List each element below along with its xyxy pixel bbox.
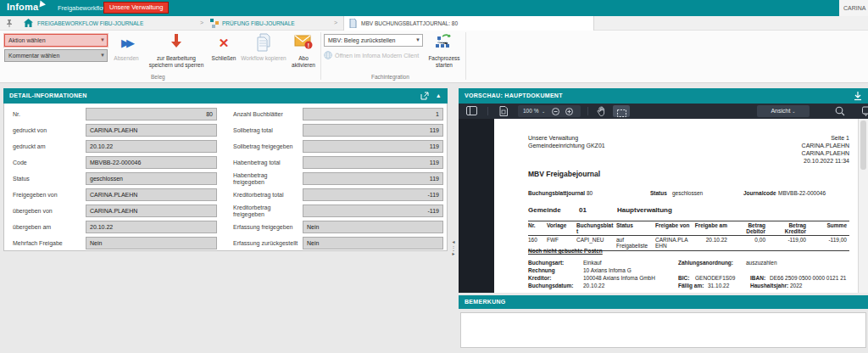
hand-tool-icon[interactable] [597,106,606,116]
group-label-fachintegration: Fachintegration [371,74,409,80]
breadcrumb-separator: > [200,20,203,25]
field-label: Status [13,176,86,182]
doc-table-cell: FWF [547,237,576,249]
kv-label: Zahlungsanordnung: [678,260,733,266]
toolbar-divider [587,107,588,115]
marquee-tool-button[interactable] [613,105,630,117]
download-icon[interactable] [854,92,862,101]
pdf-toolbar: 100 %⌄ Ansicht ⌄ [459,104,868,119]
kv-label: Kreditor: [528,275,551,281]
breadcrumb-item-current[interactable]: MBV BUCHUNGSBLATTJOURNAL: 80 [361,20,458,26]
view-dropdown[interactable]: Ansicht ⌄ [757,105,810,117]
zoom-in-icon[interactable] [565,108,573,115]
preview-scrollbar[interactable] [858,119,868,293]
detail-panel: DETAIL-INFORMATIONEN ▲ Nr. 80 gedruckt v… [3,88,448,251]
collapse-right-icon[interactable]: ► [448,251,459,257]
field-value: 80 [86,108,217,120]
field-row: Mehrfach Freigabe Nein [13,237,220,249]
copy-icon [255,33,272,52]
field-row: gedruckt am 20.10.22 [13,140,220,153]
doc-table-header-cell: Vorlage [547,222,576,234]
field-label: Sollbetrag freigegeben [233,143,303,150]
envelope-alert-icon: ! [294,33,313,50]
search-icon[interactable] [835,106,845,116]
open-external-icon[interactable] [420,92,429,100]
doc-table-header-cell: Freigabe am [693,222,730,234]
field-row: Kreditorbetrag freigegeben -119 [233,205,443,217]
field-label: Erfassung zurückgestellt [233,240,303,247]
fachprozess-starten-button[interactable]: Fachprozess starten [425,33,464,81]
mbv-select[interactable]: MBV: Beleg zurückstellen [324,34,423,47]
doc-table-cell: -119,00 [809,237,849,249]
doc-meta-label: Status [650,190,667,196]
document-icon [349,19,357,28]
top-bar: Infoma Freigabeworkflow | Unsere Verwalt… [0,0,868,16]
zoom-out-icon[interactable] [552,108,559,115]
doc-table-header-cell: Summe [809,222,849,234]
doc-subsection-title: Noch nicht gebuchte Posten [528,248,603,254]
chevron-down-icon[interactable]: ⌄ [542,105,545,117]
open-modern-client-label: Öffnen im Infoma Modern Client [335,53,419,59]
doc-kv-row: Buchungsdatum: 20.10.22 Fällig am: 31.10… [528,283,849,290]
action-select[interactable]: Aktion wählen [4,34,108,47]
field-label: Mehrfach Freigabe [13,240,86,247]
pin-icon[interactable] [5,19,14,28]
breadcrumb-item-pruefung[interactable]: PRÜFUNG FIBU-JOURNALE [222,20,295,26]
group-separator [320,32,321,80]
doc-table: Nr.VorlageBuchungsblattStatusFreigabe vo… [528,221,849,251]
globe-icon [324,51,332,59]
absenden-label: Absenden [114,55,138,61]
field-row: Nr. 80 [13,108,220,120]
field-row: Sollbetrag total 119 [233,124,443,137]
preview-panel-title: VORSCHAU: HAUPTDOKUMENT [465,92,563,98]
field-label: Sollbetrag total [233,127,303,134]
doc-title: MBV Freigabejournal [528,170,600,178]
field-label: übergeben am [13,224,86,231]
abo-aktivieren-button[interactable]: ! Abo aktivieren [288,33,319,81]
user-menu[interactable]: CARINA [839,0,868,16]
doc-table-cell: 20.10.22 [693,237,730,249]
collapse-up-icon[interactable]: ▲ [436,92,442,100]
kv-label: BIC: [678,275,689,281]
sidebar-toggle-icon[interactable] [466,106,477,115]
home-icon[interactable] [24,19,33,27]
field-value: 119 [303,156,443,169]
breadcrumb-item-freigabeworkflow[interactable]: FREIGABEWORKFLOW FIBU-JOURNALE [37,20,143,26]
bemerkung-textarea[interactable] [460,312,866,348]
field-label: Code [13,160,86,166]
comment-icon[interactable] [862,106,868,116]
kv-value: Einkauf [583,260,602,266]
field-label: gedruckt am [13,143,86,150]
field-label: Nr. [13,111,86,118]
doc-table-cell: auf Freigabeliste [616,237,655,249]
doc-table-header: Nr.VorlageBuchungsblattStatusFreigabe vo… [528,221,849,236]
scrollbar-thumb[interactable] [860,120,866,170]
field-row: Status geschlossen [13,172,220,185]
kv-label: Buchungsdatum: [528,283,573,289]
collapse-left-icon[interactable]: ◄ [448,239,459,245]
panel-splitter[interactable]: ◄ ⋮ ► [448,88,459,293]
fit-page-icon[interactable] [499,106,508,116]
zoom-control: 100 %⌄ [518,105,581,117]
bemerkung-panel: BEMERKUNG [459,295,868,353]
infoma-logo: Infoma [7,2,46,12]
brand-text: Infoma [7,2,38,12]
chevron-down-icon: ▼ [415,37,420,42]
field-label: Kreditorbetrag total [233,192,303,199]
kv-value: 10 Axians Infoma G [583,267,632,273]
pdf-page: Unsere Verwaltung Gemeindeeinrichtung GK… [494,119,858,293]
field-row: Kreditorbetrag total -119 [233,188,443,201]
chevron-down-icon: ▼ [100,37,105,42]
zoom-level[interactable]: 100 % [523,105,538,117]
kv-label: Fällig am: [678,283,704,289]
schliessen-button[interactable]: ✕ Schließen [209,33,239,81]
doc-table-header-cell: Status [616,222,655,234]
comment-select[interactable]: Kommentar wählen [4,49,108,62]
doc-meta-label: Journalcode [743,190,776,196]
save-arrow-icon [170,33,183,50]
field-value: geschlossen [86,172,217,185]
field-row: Anzahl Buchblätter 1 [233,108,443,120]
field-value: -119 [303,205,443,217]
org-chart-icon [435,33,453,50]
kv-value: GENODEF1S09 [695,275,735,281]
